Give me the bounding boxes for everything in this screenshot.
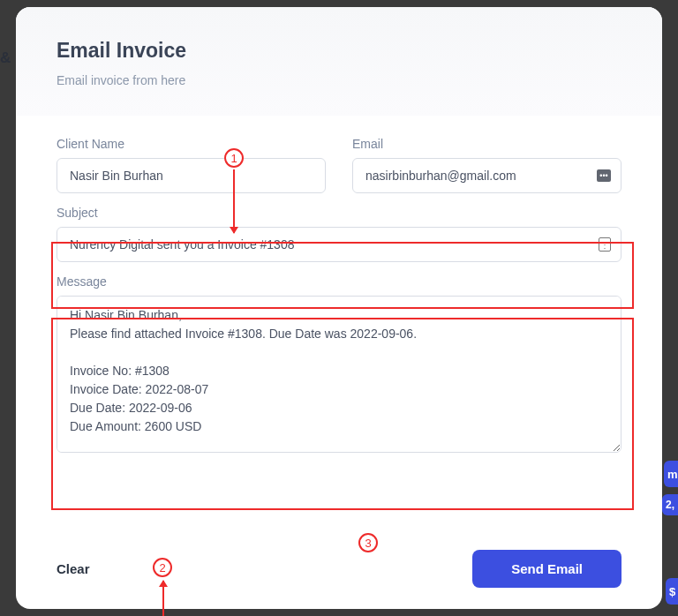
modal-footer: Clear Send Email [16,543,662,609]
message-textarea[interactable] [56,296,622,453]
email-label: Email [352,137,622,151]
message-label: Message [56,274,622,289]
background-amount-fragment: 2, [662,494,678,515]
modal-body: Client Name Email ••• Subject [16,116,662,543]
message-field: Message [56,274,622,453]
background-button-fragment: $ [666,578,678,605]
client-name-input[interactable] [56,158,326,193]
subject-field: Subject [56,206,622,262]
client-name-label: Client Name [56,137,326,151]
send-email-button[interactable]: Send Email [472,550,622,588]
email-input[interactable] [352,158,622,193]
modal-subtitle: Email invoice from here [56,73,622,87]
clear-button[interactable]: Clear [56,561,90,576]
email-field: Email ••• [352,137,622,193]
email-invoice-modal: Email Invoice Email invoice from here Cl… [16,7,662,609]
modal-title: Email Invoice [56,39,622,63]
subject-label: Subject [56,206,622,220]
background-page-fragment: & [0,49,11,67]
modal-header: Email Invoice Email invoice from here [16,7,662,116]
background-button-fragment: m [664,461,678,487]
subject-input[interactable] [56,227,622,262]
client-name-field: Client Name [56,137,326,193]
